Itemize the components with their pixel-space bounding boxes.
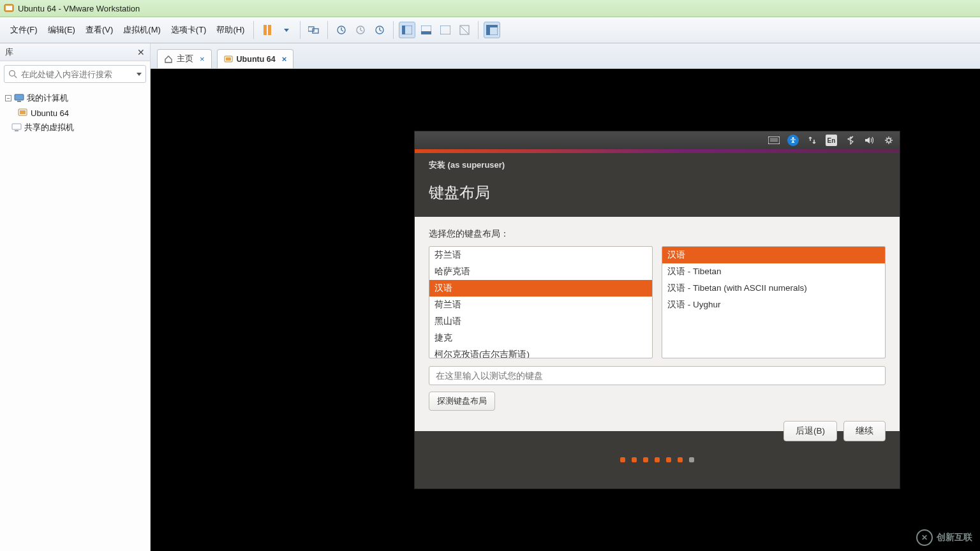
screens-icon (308, 25, 320, 35)
tree-node-ubuntu64[interactable]: Ubuntu 64 (3, 106, 147, 120)
show-library-button[interactable] (484, 22, 500, 38)
network-indicator-icon[interactable] (806, 135, 818, 146)
pause-vm-button[interactable] (259, 22, 276, 38)
list-item[interactable]: 柯尔克孜语(吉尔吉斯语) (429, 346, 652, 358)
power-dropdown[interactable] (278, 22, 295, 38)
progress-dot (678, 457, 683, 462)
svg-rect-23 (12, 124, 21, 129)
unity-button[interactable] (456, 22, 473, 38)
menubar-separator (253, 21, 254, 39)
clock-manage-icon (375, 25, 385, 35)
menu-tabs[interactable]: 选项卡(T) (166, 22, 212, 38)
menu-edit[interactable]: 编辑(E) (43, 22, 80, 38)
svg-rect-1 (6, 6, 12, 10)
vm-console-view[interactable]: En 安装 (as superuser) 键盘布局 选择您的键盘布局： 芬兰语哈… (151, 69, 980, 551)
language-indicator[interactable]: En (826, 135, 837, 146)
list-item[interactable]: 哈萨克语 (429, 263, 652, 280)
settings-indicator-icon[interactable] (883, 135, 895, 146)
list-item[interactable]: 汉语 - Tibetan (with ASCII numerals) (662, 280, 885, 297)
back-button[interactable]: 后退(B) (783, 421, 837, 441)
tree-node-my-computer[interactable]: − 我的计算机 (3, 91, 147, 106)
search-dropdown-icon[interactable] (137, 73, 142, 76)
fullscreen-button[interactable] (437, 22, 454, 38)
watermark-logo-icon: ✕ (916, 529, 933, 546)
svg-rect-19 (15, 94, 24, 100)
snapshot-button[interactable] (333, 22, 350, 38)
keyboard-layout-list-right[interactable]: 汉语汉语 - Tibetan汉语 - Tibetan (with ASCII n… (662, 246, 886, 358)
continue-button[interactable]: 继续 (843, 421, 886, 441)
list-item[interactable]: 汉语 (429, 280, 652, 297)
svg-rect-20 (17, 101, 21, 102)
shared-vm-icon (11, 122, 22, 133)
library-panel: 库 ✕ − 我的计算机 Ubuntu 64 共享的虚拟机 (0, 43, 151, 551)
svg-line-13 (461, 26, 468, 34)
unity-icon (459, 25, 470, 35)
svg-rect-11 (440, 26, 450, 34)
snapshot-manager-button[interactable] (371, 22, 388, 38)
svg-point-17 (10, 71, 15, 77)
list-item[interactable]: 捷克 (429, 330, 652, 346)
page-title: 键盘布局 (429, 182, 886, 203)
svg-rect-16 (486, 25, 498, 27)
library-search[interactable] (4, 65, 146, 83)
menubar-separator (327, 21, 328, 39)
keyboard-indicator-icon[interactable] (768, 135, 780, 146)
vmware-app-icon (4, 3, 14, 13)
menu-view[interactable]: 查看(V) (80, 22, 118, 38)
window-title: Ubuntu 64 - VMware Workstation (18, 4, 140, 13)
svg-rect-24 (15, 130, 19, 131)
svg-point-31 (887, 138, 891, 142)
menu-vm[interactable]: 虚拟机(M) (118, 22, 166, 38)
svg-line-18 (15, 76, 17, 78)
revert-snapshot-button[interactable] (352, 22, 369, 38)
tree-node-label: Ubuntu 64 (31, 108, 69, 118)
svg-rect-26 (226, 57, 231, 61)
ubuntu-installer-window: En 安装 (as superuser) 键盘布局 选择您的键盘布局： 芬兰语哈… (415, 131, 900, 489)
list-item[interactable]: 黑山语 (429, 313, 652, 330)
menubar-separator (300, 21, 301, 39)
keyboard-test-input[interactable] (429, 366, 886, 385)
keyboard-prompt: 选择您的键盘布局： (429, 228, 886, 240)
list-item[interactable]: 汉语 - Uyghur (662, 297, 885, 313)
bluetooth-indicator-icon[interactable] (845, 135, 856, 146)
keyboard-lists-row: 芬兰语哈萨克语汉语荷兰语黑山语捷克柯尔克孜语(吉尔吉斯语) 汉语汉语 - Tib… (429, 246, 886, 358)
view-thumbnail-button[interactable] (418, 22, 434, 38)
tree-node-label: 我的计算机 (27, 92, 68, 104)
tab-close-button[interactable]: × (200, 54, 205, 64)
detect-keyboard-button[interactable]: 探测键盘布局 (429, 392, 495, 411)
ubuntu-body: 选择您的键盘布局： 芬兰语哈萨克语汉语荷兰语黑山语捷克柯尔克孜语(吉尔吉斯语) … (415, 217, 900, 431)
send-ctrl-alt-del-button[interactable] (306, 22, 322, 38)
list-item[interactable]: 芬兰语 (429, 247, 652, 263)
library-close-button[interactable]: ✕ (137, 47, 145, 57)
tab-ubuntu64[interactable]: Ubuntu 64 × (217, 49, 294, 68)
volume-indicator-icon[interactable] (864, 135, 875, 146)
tab-home[interactable]: 主页 × (157, 49, 212, 68)
svg-rect-8 (402, 26, 405, 34)
tree-node-shared-vms[interactable]: 共享的虚拟机 (3, 120, 147, 135)
list-item[interactable]: 荷兰语 (429, 297, 652, 313)
search-icon (8, 70, 17, 78)
progress-dot (620, 457, 625, 462)
clock-back-icon (355, 25, 366, 35)
keyboard-layout-list-left[interactable]: 芬兰语哈萨克语汉语荷兰语黑山语捷克柯尔克孜语(吉尔吉斯语) (429, 246, 653, 358)
tab-label: 主页 (177, 54, 193, 64)
list-item[interactable]: 汉语 - Tibetan (662, 263, 885, 280)
accessibility-indicator-icon[interactable] (787, 135, 799, 146)
tab-close-button[interactable]: × (282, 54, 287, 64)
tree-node-label: 共享的虚拟机 (24, 122, 74, 133)
tab-strip: 主页 × Ubuntu 64 × (151, 43, 980, 69)
vm-icon (18, 108, 28, 118)
menubar-separator (478, 21, 479, 39)
progress-dot (643, 457, 648, 462)
tree-expander-icon[interactable]: − (5, 95, 11, 101)
library-header-label: 库 (5, 47, 13, 58)
view-console-button[interactable] (399, 22, 415, 38)
menu-help[interactable]: 帮助(H) (211, 22, 249, 38)
watermark: ✕ 创新互联 (916, 529, 972, 546)
progress-dot (666, 457, 671, 462)
list-item[interactable]: 汉语 (662, 247, 885, 263)
window-titlebar: Ubuntu 64 - VMware Workstation (0, 0, 980, 17)
menu-file[interactable]: 文件(F) (5, 22, 43, 38)
menubar-separator (393, 21, 394, 39)
library-search-input[interactable] (21, 70, 134, 79)
